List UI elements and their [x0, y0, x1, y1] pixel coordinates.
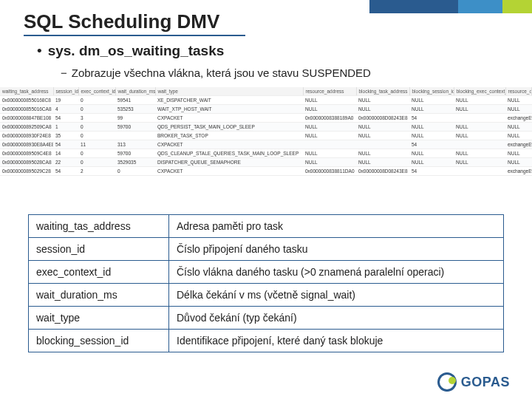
grid-cell: 1: [53, 123, 78, 132]
grid-col-0: waiting_task_address: [0, 87, 53, 96]
grid-row: 0x00000008930E8A4E85411313CXPACKET54exch…: [0, 140, 532, 149]
grid-cell: 59700: [115, 149, 155, 158]
grid-row: 0x0000000892509CA81059700QDS_PERSIST_TAS…: [0, 123, 532, 132]
grid-col-9: resource_description: [505, 87, 532, 96]
bullet-level-1: •sys. dm_os_waiting_tasks: [37, 43, 224, 59]
grid-cell: 35: [53, 132, 78, 140]
logo-text: GOPAS: [461, 375, 510, 390]
grid-cell: 14: [53, 149, 78, 158]
grid-col-4: wait_type: [155, 87, 303, 96]
grid-cell: NULL: [409, 105, 454, 114]
def-col-name: wait_duration_ms: [29, 284, 169, 307]
grid-cell: NULL: [409, 149, 454, 158]
def-row: wait_duration_msDélka čekání v ms (včetn…: [29, 284, 504, 307]
grid-cell: 0x00000008D08243E8: [356, 114, 409, 123]
grid-cell: NULL: [505, 96, 532, 105]
grid-cell: 0x00000008D08243E8: [356, 167, 409, 176]
def-col-desc: Důvod čekání (typ čekání): [169, 307, 504, 330]
grid-cell: NULL: [454, 149, 505, 158]
grid-cell: NULL: [454, 96, 505, 105]
grid-cell: 54: [53, 140, 78, 149]
grid-cell: [303, 140, 356, 149]
grid-col-6: blocking_task_address: [356, 87, 409, 96]
grid-cell: [454, 114, 505, 123]
grid-cell: NULL: [303, 123, 356, 132]
grid-cell: NULL: [303, 96, 356, 105]
bullet-dot: •: [37, 43, 42, 58]
grid-cell: NULL: [303, 158, 356, 167]
grid-cell: CXPACKET: [155, 114, 303, 123]
def-col-desc: Číslo připojení daného tasku: [169, 238, 504, 261]
grid-cell: 54: [53, 114, 78, 123]
grid-cell: 99: [115, 114, 155, 123]
grid-cell: 4: [53, 105, 78, 114]
dmv-results-grid: waiting_task_addresssession_idexec_conte…: [0, 87, 532, 176]
def-col-desc: Adresa paměti pro task: [169, 215, 504, 238]
grid-cell: 0: [78, 123, 115, 132]
bullet1-text: sys. dm_os_waiting_tasks: [48, 43, 225, 58]
grid-cell: 0x0000000838811DA0: [303, 167, 356, 176]
grid-col-5: resource_address: [303, 87, 356, 96]
grid-cell: BROKER_TASK_STOP: [155, 132, 303, 140]
grid-row: 0x00000008930F24E8350BROKER_TASK_STOPNUL…: [0, 132, 532, 140]
grid-row: 0x00000008550168C819059541XE_DISPATCHER_…: [0, 96, 532, 105]
grid-col-8: blocking_exec_context_id: [454, 87, 505, 96]
logo-ring-icon: [437, 372, 457, 392]
grid-cell: NULL: [505, 123, 532, 132]
grid-cell: 0x000000089509C4E8: [0, 149, 53, 158]
def-row: waiting_tas_addressAdresa paměti pro tas…: [29, 215, 504, 238]
grid-cell: NULL: [409, 132, 454, 140]
grid-cell: NULL: [356, 132, 409, 140]
grid-cell: 0x0000000892509CA8: [0, 123, 53, 132]
def-row: session_idČíslo připojení daného tasku: [29, 238, 504, 261]
bullet-dash: −: [61, 66, 67, 79]
grid-cell: [356, 140, 409, 149]
grid-cell: NULL: [303, 132, 356, 140]
slide-title: SQL Scheduling DMV: [24, 10, 245, 36]
grid-cell: 11: [78, 140, 115, 149]
grid-cell: 0: [78, 105, 115, 114]
grid-cell: 19: [53, 96, 78, 105]
grid-cell: QDS_CLEANUP_STALE_QUERIES_TASK_MAIN_LOOP…: [155, 149, 303, 158]
grid-cell: 0x00000008930E8A4E8: [0, 140, 53, 149]
grid-cell: 54: [409, 114, 454, 123]
grid-cell: NULL: [409, 123, 454, 132]
grid-cell: NULL: [356, 96, 409, 105]
grid-cell: NULL: [356, 149, 409, 158]
grid-cell: NULL: [454, 132, 505, 140]
column-definitions-table: waiting_tas_addressAdresa paměti pro tas…: [28, 214, 504, 352]
grid-cell: 54: [409, 167, 454, 176]
grid-cell: 2: [78, 167, 115, 176]
grid-cell: NULL: [505, 105, 532, 114]
grid-cell: NULL: [303, 105, 356, 114]
grid-cell: NULL: [505, 132, 532, 140]
grid-col-3: wait_duration_ms: [115, 87, 155, 96]
grid-cell: NULL: [454, 105, 505, 114]
grid-row: 0x0000000855016CA840535253WAIT_XTP_HOST_…: [0, 105, 532, 114]
grid-cell: NULL: [303, 149, 356, 158]
grid-cell: NULL: [356, 123, 409, 132]
grid-cell: 0: [115, 167, 155, 176]
grid-cell: NULL: [409, 96, 454, 105]
def-row: wait_typeDůvod čekání (typ čekání): [29, 307, 504, 330]
def-col-desc: Identifikace připojení, které daný task …: [169, 330, 504, 352]
grid-cell: DISPATCHER_QUEUE_SEMAPHORE: [155, 158, 303, 167]
grid-cell: 0x00000008847BE108: [0, 114, 53, 123]
grid-cell: 54: [53, 167, 78, 176]
grid-col-1: session_id: [53, 87, 78, 96]
grid-cell: QDS_PERSIST_TASK_MAIN_LOOP_SLEEP: [155, 123, 303, 132]
grid-cell: exchangeEvent id=Pipe8393d060 WaitType=e…: [505, 140, 532, 149]
grid-cell: WAIT_XTP_HOST_WAIT: [155, 105, 303, 114]
grid-cell: NULL: [454, 158, 505, 167]
grid-row: 0x00000008847BE10854399CXPACKET0x0000000…: [0, 114, 532, 123]
grid-cell: 535253: [115, 105, 155, 114]
grid-cell: 22: [53, 158, 78, 167]
def-col-name: exec_context_id: [29, 261, 169, 284]
grid-cell: [454, 167, 505, 176]
grid-cell: 0: [78, 132, 115, 140]
grid-col-7: blocking_session_id: [409, 87, 454, 96]
def-col-desc: Délka čekání v ms (včetně signal_wait): [169, 284, 504, 307]
grid-cell: [115, 132, 155, 140]
def-row: exec_context_idČíslo vlákna daného tasku…: [29, 261, 504, 284]
grid-cell: [454, 140, 505, 149]
